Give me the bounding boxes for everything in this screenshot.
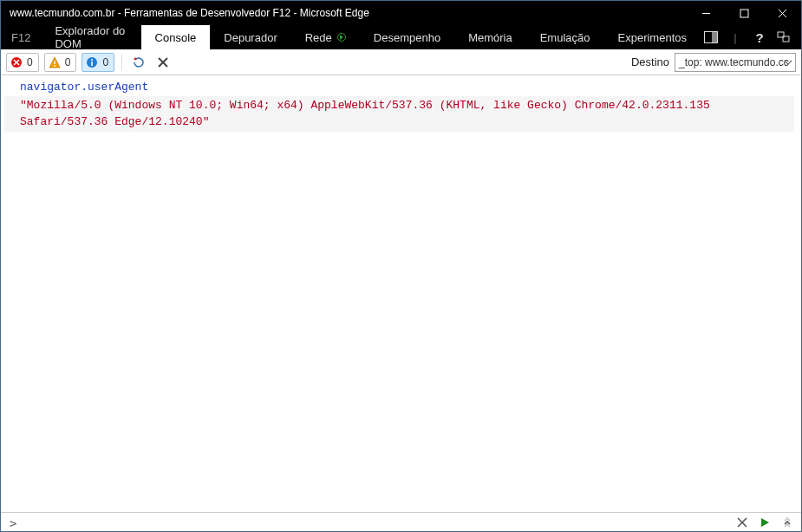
target-label: Destino [631,55,669,68]
window-title: www.tecmundo.com.br - Ferramentas de Des… [10,7,687,19]
menubar-right: | ? [701,25,801,49]
warning-icon [49,56,61,68]
devtools-tabbar: F12 Explorador do DOM Console Depurador … [1,25,801,49]
console-toolbar: 0 0 0 Destino _top: www.tecmundo.cc [1,49,801,75]
dock-icon[interactable] [701,27,721,48]
target-select[interactable]: _top: www.tecmundo.cc [675,53,796,72]
info-count: 0 [102,56,108,68]
tab-emulation[interactable]: Emulação [526,25,604,49]
target-value: _top: www.tecmundo.cc [679,56,789,68]
chevron-down-icon [784,57,792,69]
svg-point-13 [54,65,55,67]
svg-marker-22 [761,518,769,527]
f12-label: F12 [1,25,41,49]
error-count: 0 [27,56,33,68]
tab-network[interactable]: Rede [291,25,360,49]
tab-debugger[interactable]: Depurador [210,25,290,49]
pin-icon[interactable] [773,27,794,48]
toolbar-right: Destino _top: www.tecmundo.cc [631,53,796,72]
info-icon [86,56,98,68]
console-output: "Mozilla/5.0 (Windows NT 10.0; Win64; x6… [4,96,794,132]
window-controls [687,1,801,25]
warning-counter[interactable]: 0 [44,53,77,72]
clear-icon[interactable] [153,53,173,72]
minimize-button[interactable] [687,1,725,25]
separator [121,54,122,71]
tab-experiments[interactable]: Experimentos [604,25,701,49]
maximize-button[interactable] [725,1,763,25]
svg-rect-5 [712,32,717,42]
run-icon[interactable] [760,516,770,530]
window-titlebar: www.tecmundo.com.br - Ferramentas de Des… [1,1,801,25]
prompt-icon: > [10,516,16,530]
tab-memory[interactable]: Memória [454,25,526,49]
svg-rect-1 [740,10,748,17]
error-counter[interactable]: 0 [6,53,39,72]
close-x-icon[interactable] [737,516,747,531]
tab-network-label: Rede [305,31,332,44]
console-input-bar: > [1,512,801,532]
refresh-icon[interactable] [129,53,148,72]
close-button[interactable] [763,1,801,25]
record-icon [337,33,346,42]
help-icon[interactable]: ? [749,27,770,48]
footer-right [737,516,792,531]
warning-count: 0 [65,56,71,68]
svg-point-15 [91,59,93,61]
info-counter[interactable]: 0 [82,53,114,72]
tab-performance[interactable]: Desempenho [360,25,454,49]
error-icon [10,56,23,68]
console-command: navigator.userAgent [20,79,794,96]
expand-icon[interactable] [782,516,792,530]
tab-dom-explorer[interactable]: Explorador do DOM [41,25,140,49]
console-output-area[interactable]: navigator.userAgent "Mozilla/5.0 (Window… [1,75,801,512]
sep-icon: | [725,27,746,48]
tab-console[interactable]: Console [141,25,211,49]
